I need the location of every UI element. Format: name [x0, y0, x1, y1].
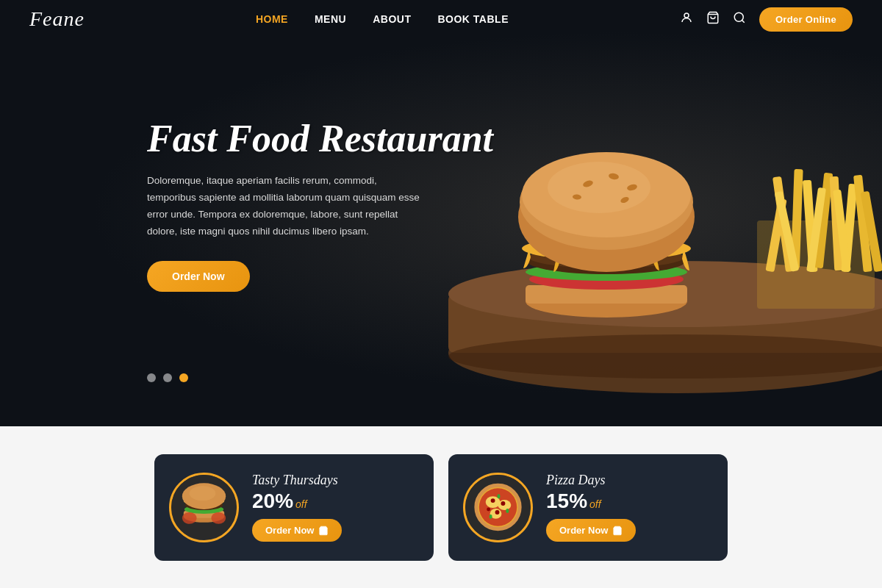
promo-name-2: Pizza Days — [546, 473, 713, 488]
promo-name-1: Tasty Thursdays — [252, 473, 419, 488]
promo-card-1: Tasty Thursdays 20%off Order Now — [154, 454, 434, 561]
svg-point-56 — [495, 510, 500, 514]
svg-point-55 — [501, 501, 505, 506]
hero-content: Fast Food Restaurant Doloremque, itaque … — [147, 118, 500, 292]
svg-line-3 — [742, 20, 744, 22]
dot-1[interactable] — [147, 373, 156, 382]
hero-title: Fast Food Restaurant — [147, 118, 500, 159]
nav-book-table[interactable]: BOOK TABLE — [437, 13, 509, 25]
user-icon[interactable] — [680, 11, 693, 27]
main-nav: HOME MENU ABOUT BOOK TABLE — [256, 13, 509, 25]
nav-home[interactable]: HOME — [256, 13, 288, 25]
header-icons: Order Online — [680, 7, 853, 32]
svg-point-59 — [498, 494, 501, 498]
promo-card-2: Pizza Days 15%off Order Now — [448, 454, 728, 561]
site-header: Feane HOME MENU ABOUT BOOK TABLE Order O… — [0, 0, 882, 38]
hero-dots — [147, 373, 188, 382]
svg-point-45 — [182, 512, 197, 524]
promo-section: Tasty Thursdays 20%off Order Now — [0, 426, 882, 588]
nav-menu[interactable]: MENU — [315, 13, 346, 25]
search-icon[interactable] — [733, 11, 746, 27]
dot-3[interactable] — [179, 373, 188, 382]
promo-image-1 — [169, 473, 239, 542]
svg-point-57 — [487, 507, 490, 511]
hero-description: Doloremque, itaque aperiam facilis rerum… — [147, 173, 426, 240]
promo-image-2 — [463, 473, 533, 542]
site-logo[interactable]: Feane — [29, 7, 85, 31]
svg-point-2 — [734, 12, 743, 21]
dot-2[interactable] — [163, 373, 172, 382]
promo-order-button-1[interactable]: Order Now — [252, 519, 342, 542]
svg-point-44 — [190, 486, 216, 501]
svg-point-46 — [211, 512, 226, 524]
svg-point-54 — [491, 498, 495, 503]
promo-order-button-2[interactable]: Order Now — [546, 519, 636, 542]
svg-point-50 — [479, 488, 517, 526]
promo-discount-1: 20%off — [252, 491, 419, 512]
nav-about[interactable]: ABOUT — [373, 13, 411, 25]
order-online-button[interactable]: Order Online — [759, 7, 853, 32]
promo-text-2: Pizza Days 15%off Order Now — [546, 473, 713, 542]
hero-order-button[interactable]: Order Now — [147, 261, 250, 292]
promo-discount-2: 15%off — [546, 491, 713, 512]
hero-section: Fast Food Restaurant Doloremque, itaque … — [0, 0, 882, 426]
svg-point-60 — [506, 509, 509, 513]
promo-text-1: Tasty Thursdays 20%off Order Now — [252, 473, 419, 542]
svg-point-0 — [684, 13, 689, 18]
cart-icon[interactable] — [706, 11, 720, 27]
svg-point-61 — [490, 514, 492, 519]
